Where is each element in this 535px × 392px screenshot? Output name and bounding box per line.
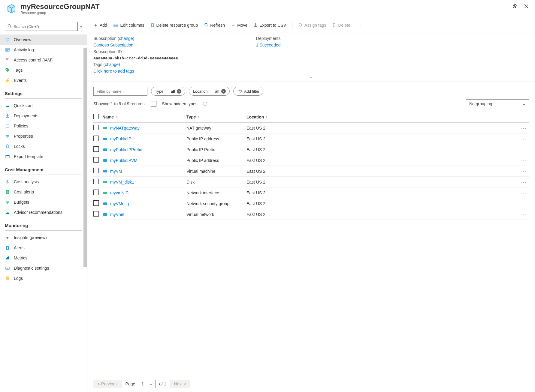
- row-more-icon[interactable]: ···: [517, 180, 529, 184]
- sidebar-item-activity-log[interactable]: Activity log: [0, 45, 87, 55]
- row-more-icon[interactable]: ···: [517, 126, 529, 130]
- page-select[interactable]: 1⌄: [139, 380, 156, 388]
- row-more-icon[interactable]: ···: [517, 201, 529, 206]
- grouping-select[interactable]: No grouping ⌄: [466, 99, 529, 108]
- sidebar-item-advisor-recommendations[interactable]: ☁Advisor recommendations: [0, 207, 87, 217]
- nav-label: Policies: [14, 124, 28, 128]
- sidebar-item-logs[interactable]: Logs: [0, 273, 87, 283]
- resource-type: Network interface: [186, 190, 246, 195]
- sidebar-item-insights-preview-[interactable]: ♥Insights (preview): [0, 232, 87, 243]
- close-icon[interactable]: [524, 4, 529, 10]
- info-icon[interactable]: i: [203, 102, 207, 106]
- sidebar-search-input[interactable]: [12, 24, 75, 29]
- svg-rect-35: [103, 213, 107, 216]
- show-hidden-checkbox[interactable]: [151, 101, 156, 106]
- export-csv-button[interactable]: Export to CSV: [253, 23, 286, 28]
- sidebar-item-properties[interactable]: Properties: [0, 131, 87, 141]
- select-all-checkbox[interactable]: [93, 114, 99, 119]
- sidebar-item-budgets[interactable]: ⊕Budgets: [0, 197, 87, 207]
- svg-rect-29: [103, 148, 107, 151]
- filter-type-label: Type ==: [155, 89, 169, 94]
- toolbar-more-icon[interactable]: ···: [356, 22, 362, 28]
- sidebar-item-export-template[interactable]: Export template: [0, 151, 87, 162]
- trash-icon: [150, 23, 155, 28]
- nav-icon: ▮: [5, 245, 10, 250]
- add-button[interactable]: ＋Add: [93, 22, 107, 28]
- nav-label: Alerts: [14, 245, 25, 250]
- delete-rg-button[interactable]: Delete resource group: [150, 23, 198, 28]
- clear-location-filter-icon[interactable]: ✕: [221, 89, 226, 94]
- sidebar-item-locks[interactable]: Locks: [0, 141, 87, 151]
- sidebar-item-events[interactable]: ⚡Events: [0, 75, 87, 85]
- nav-icon: [5, 57, 10, 63]
- nav-icon: [5, 47, 10, 52]
- filter-name-input[interactable]: [93, 87, 147, 96]
- sidebar-item-deployments[interactable]: Deployments: [0, 111, 87, 121]
- sidebar-search[interactable]: [5, 22, 78, 31]
- sidebar-item-alerts[interactable]: ▮Alerts: [0, 243, 87, 253]
- sidebar-item-metrics[interactable]: Metrics: [0, 253, 87, 263]
- clear-type-filter-icon[interactable]: ✕: [177, 89, 181, 94]
- nav-label: Overview: [14, 37, 31, 42]
- resource-link[interactable]: myVnet: [110, 212, 124, 217]
- resource-table: Name↑↓ Type↑↓ Location↑↓ myNATgatewayNAT…: [87, 111, 535, 375]
- header-type[interactable]: Type↑↓: [186, 115, 246, 119]
- subscription-change-link[interactable]: change: [119, 36, 133, 41]
- row-checkbox[interactable]: [93, 125, 99, 130]
- sidebar-item-diagnostic-settings[interactable]: Diagnostic settings: [0, 263, 87, 273]
- row-checkbox[interactable]: [93, 200, 99, 206]
- resource-link[interactable]: myVM_disk1: [110, 180, 134, 184]
- svg-rect-32: [103, 181, 107, 183]
- move-button[interactable]: →Move: [231, 23, 247, 28]
- resource-link[interactable]: myPublicIPPrefix: [110, 147, 142, 152]
- filter-bar: Type == all ✕ Location == all ✕ ⁺▽ Add f…: [87, 82, 535, 99]
- row-more-icon[interactable]: ···: [517, 190, 529, 195]
- subscription-label: Subscription (: [93, 36, 119, 41]
- subscription-link[interactable]: Contoso Subscription: [93, 43, 178, 47]
- row-checkbox[interactable]: [93, 146, 99, 152]
- add-tags-link[interactable]: Click here to add tags: [93, 69, 178, 73]
- record-count-label: Showing 1 to 9 of 9 records.: [93, 101, 146, 106]
- row-more-icon[interactable]: ···: [517, 158, 529, 163]
- resource-link[interactable]: myvmNIC: [110, 190, 128, 195]
- sidebar-item-policies[interactable]: Policies: [0, 121, 87, 131]
- table-row: myvmNICNetwork interfaceEast US 2···: [93, 187, 529, 198]
- pin-icon[interactable]: [512, 4, 518, 10]
- sidebar-item-tags[interactable]: Tags: [0, 65, 87, 75]
- row-more-icon[interactable]: ···: [517, 136, 529, 141]
- nav-label: Diagnostic settings: [14, 266, 49, 271]
- sidebar-item-access-control-iam-[interactable]: Access control (IAM): [0, 55, 87, 65]
- row-checkbox[interactable]: [93, 168, 99, 173]
- row-checkbox[interactable]: [93, 211, 99, 217]
- filter-type-pill[interactable]: Type == all ✕: [151, 87, 185, 96]
- row-checkbox[interactable]: [93, 179, 99, 184]
- resource-link[interactable]: myPublicIPVM: [110, 158, 138, 163]
- row-checkbox[interactable]: [93, 190, 99, 195]
- row-checkbox[interactable]: [93, 136, 99, 141]
- sidebar-item-cost-alerts[interactable]: $Cost alerts: [0, 187, 87, 197]
- resource-link[interactable]: myPublicIP: [110, 136, 131, 141]
- resource-icon: [102, 125, 108, 131]
- row-more-icon[interactable]: ···: [517, 169, 529, 174]
- sidebar-item-cost-analysis[interactable]: $Cost analysis: [0, 177, 87, 187]
- row-more-icon[interactable]: ···: [517, 212, 529, 217]
- collapse-sidebar-icon[interactable]: «: [80, 24, 82, 29]
- resource-link[interactable]: myVM: [110, 169, 122, 174]
- sidebar-item-quickstart[interactable]: ☁Quickstart: [0, 100, 87, 111]
- sidebar-item-overview[interactable]: Overview: [0, 34, 87, 45]
- row-checkbox[interactable]: [93, 157, 99, 163]
- collapse-essentials-icon[interactable]: ︽: [87, 73, 535, 82]
- header-bar: myResourceGroupNAT Resource group: [0, 0, 535, 18]
- deployments-link[interactable]: 1 Succeeded: [256, 43, 281, 47]
- resource-link[interactable]: myNATgateway: [110, 126, 140, 130]
- refresh-button[interactable]: Refresh: [204, 22, 225, 28]
- sidebar-scrollbar[interactable]: [83, 48, 87, 267]
- row-more-icon[interactable]: ···: [517, 147, 529, 152]
- tags-change-link[interactable]: change: [105, 62, 119, 67]
- add-filter-button[interactable]: ⁺▽ Add filter: [233, 87, 263, 96]
- resource-link[interactable]: myVMnsg: [110, 201, 129, 206]
- filter-location-pill[interactable]: Location == all ✕: [189, 87, 229, 96]
- header-location[interactable]: Location↑↓: [246, 115, 517, 119]
- edit-columns-button[interactable]: ≡≡Edit columns: [113, 23, 144, 28]
- header-name[interactable]: Name↑↓: [102, 115, 186, 119]
